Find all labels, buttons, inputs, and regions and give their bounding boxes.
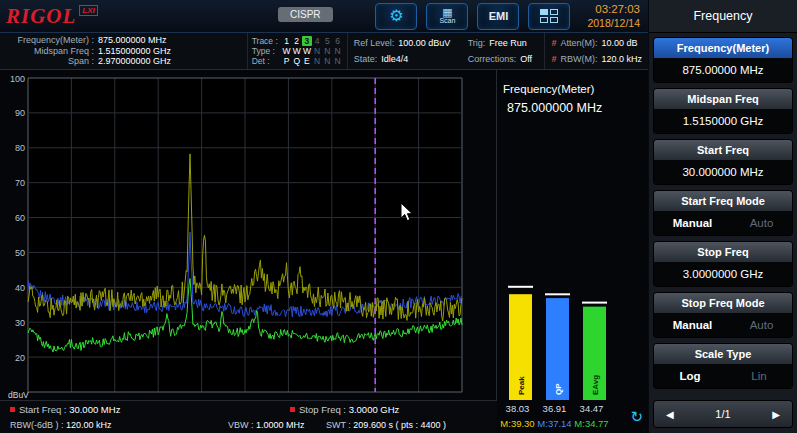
option-lin[interactable]: Lin [751,370,766,382]
y-axis-tick: 30 [15,318,25,328]
start-freq-value: 30.000 MHz [69,404,120,415]
trace-status-row: Det :PQENNN [252,56,343,66]
status-row: Frequency(Meter) : 875.000000 MHz [6,35,241,46]
trace-cell[interactable]: 4 [312,36,322,46]
status-value: 875.000000 MHz [98,35,167,46]
rigol-emi-analyzer-screen: RIGOL LXI CISPR ⚙ ▦ Scan EMI 03:27:03 [0,0,797,433]
sidebar-item-stop-freq-mode[interactable]: Stop Freq Mode Manual Auto [654,293,792,337]
trace-cell[interactable]: N [322,46,332,56]
trace-cell[interactable]: P [281,56,291,66]
eavg-value: 34.47 [573,403,610,414]
spectrum-plot[interactable]: 1009080706050403020 dBuV [0,70,497,400]
trace-cell[interactable]: W [281,46,291,56]
status-label: Trig: [468,38,486,49]
pager-next-button[interactable]: ▶ [772,409,780,420]
meter-readout-value: 875.000000 MHz [503,98,602,118]
trace-cell[interactable]: W [302,46,312,56]
trace-cell[interactable]: N [333,56,343,66]
meter-frequency-readout: Frequency(Meter) 875.000000 MHz [503,80,602,118]
mouse-cursor [400,202,414,222]
status-label: Corrections: [468,54,517,65]
trace-cell[interactable]: 3 [302,36,312,46]
sidebar-item-header[interactable]: Start Freq [654,140,792,160]
trace-cell[interactable]: 5 [322,36,332,46]
trace-cell[interactable]: N [322,56,332,66]
status-column: Ref Level:100.00 dBuV State:Idle4/4 [354,35,458,67]
sidebar-item-toggle: Manual Auto [654,313,792,337]
trace-status-row: Trace :123456 [252,36,343,46]
pager-prev-button[interactable]: ◀ [666,409,674,420]
option-manual[interactable]: Manual [673,217,713,229]
meter-restart-icon[interactable]: ↻ [630,408,643,426]
meter-current-values-row: 38.03 36.91 34.47 [499,403,610,414]
sidebar-item-start-freq[interactable]: Start Freq 30.000000 MHz [654,140,792,184]
frequency-menu-sidebar: Frequency Frequency(Meter) 875.00000 MHz… [648,0,797,433]
stop-freq-value: 3.0000 GHz [349,404,400,415]
status-row: Span : 2.970000000 GHz [6,56,241,67]
trace-cell[interactable]: 6 [333,36,343,46]
option-auto[interactable]: Auto [750,217,774,229]
qp-value: 36.91 [536,403,573,414]
red-marker [290,407,295,412]
trace-cell[interactable]: 1 [281,36,291,46]
sidebar-item-frequency-meter[interactable]: Frequency(Meter) 875.00000 MHz [654,38,792,82]
header-buttons: ⚙ ▦ Scan EMI 03:27:03 2018/12/14 [375,3,642,30]
bandwidth-status-block: #Atten(M):10.00 dB #RBW(M):120.0 kHz [545,33,648,69]
sidebar-item-midspan-freq[interactable]: Midspan Freq 1.5150000 GHz [654,89,792,133]
y-axis-tick: 50 [15,248,25,258]
sidebar-item-header[interactable]: Frequency(Meter) [654,38,792,58]
vbw-label: VBW : [228,420,254,430]
stop-freq-label: Stop Freq : [299,404,346,415]
trace-cell[interactable]: N [333,46,343,56]
sidebar-item-stop-freq[interactable]: Stop Freq 3.0000000 GHz [654,242,792,286]
trace-cell[interactable]: N [312,56,322,66]
option-log[interactable]: Log [679,370,700,382]
sidebar-title: Frequency [649,0,797,33]
y-axis-tick: 40 [15,283,25,293]
top-bar: RIGOL LXI CISPR ⚙ ▦ Scan EMI 03:27:03 [0,0,648,33]
status-label: RBW(M): [560,54,597,65]
window-layout-button[interactable] [528,3,570,30]
scan-grid-icon: ▦ [442,7,452,17]
sidebar-item-value: 3.0000000 GHz [654,262,792,286]
trace-cell[interactable]: W [292,46,302,56]
trace-cell[interactable]: N [312,46,322,56]
trace-row-label: Trace : [252,36,282,46]
sidebar-item-scale-type[interactable]: Scale Type Log Lin [654,344,792,388]
system-settings-button[interactable]: ⚙ [375,3,417,30]
emi-mode-button[interactable]: EMI [477,3,519,30]
sidebar-item-header[interactable]: Scale Type [654,344,792,364]
clock-date: 2018/12/14 [587,17,640,30]
scan-button-label: Scan [439,17,455,25]
meter-max-values-row: M:39.30 M:37.14 M:34.77 [499,418,610,429]
measurement-area: 1009080706050403020 dBuV Start Freq : 30… [0,70,648,433]
sidebar-item-start-freq-mode[interactable]: Start Freq Mode Manual Auto [654,191,792,235]
status-value: Free Run [489,38,527,49]
swt-value: 209.600 s ( pts : 4400 ) [353,420,446,430]
sidebar-item-header[interactable]: Stop Freq Mode [654,293,792,313]
sidebar-item-header[interactable]: Stop Freq [654,242,792,262]
sidebar-item-header[interactable]: Midspan Freq [654,89,792,109]
detector-bar-meters: PeakQPEAvg [497,70,648,400]
clock-time: 03:27:03 [587,3,640,17]
trace-status-block: Trace :123456Type :WWWNNNDet :PQENNN [248,33,348,69]
cispr-badge[interactable]: CISPR [278,7,333,22]
trace-cell[interactable]: E [302,56,312,66]
status-column: Trig:Free Run Corrections:Off [468,35,532,67]
lxi-badge: LXI [79,5,97,16]
trace-row-label: Type : [252,46,282,56]
y-axis-tick: 70 [15,178,25,188]
main-region: RIGOL LXI CISPR ⚙ ▦ Scan EMI 03:27:03 [0,0,648,433]
scan-button[interactable]: ▦ Scan [426,3,468,30]
sidebar-pager: ◀ 1/1 ▶ [654,401,792,427]
sidebar-item-header[interactable]: Start Freq Mode [654,191,792,211]
spectrum-plot-column: 1009080706050403020 dBuV Start Freq : 30… [0,70,497,433]
option-auto[interactable]: Auto [750,319,774,331]
pager-label: 1/1 [715,408,730,420]
hash-marker: # [551,38,556,49]
window-layout-icon [540,9,558,23]
option-manual[interactable]: Manual [673,319,713,331]
trace-cell[interactable]: 2 [292,36,302,46]
trace-cell[interactable]: Q [292,56,302,66]
status-value: 1.515000000 GHz [98,46,171,57]
